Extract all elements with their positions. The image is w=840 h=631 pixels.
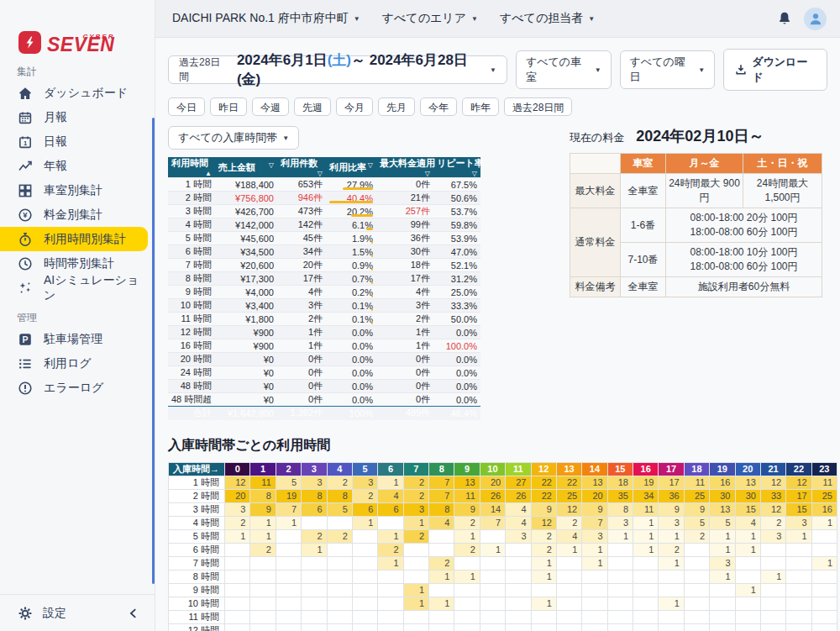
heat-cell <box>276 556 301 570</box>
heatmap-hour-header: 6 <box>378 462 403 476</box>
heat-cell <box>352 570 377 583</box>
heat-cell <box>684 583 709 597</box>
usage-cell-sales: ¥142,000 <box>215 218 277 232</box>
heat-cell <box>684 623 709 631</box>
heat-cell: 5 <box>276 476 301 489</box>
sidebar-item-parking[interactable]: P駐車場管理 <box>0 327 148 351</box>
heat-cell: 19 <box>633 476 659 489</box>
heat-cell <box>710 583 735 597</box>
heat-cell: 12 <box>760 502 785 516</box>
usage-cell-max: 18件 <box>376 259 433 272</box>
usage-total-ratio: 100% <box>326 407 376 420</box>
quick-period-button[interactable]: 今週 <box>252 97 289 116</box>
heat-cell <box>225 583 250 597</box>
sidebar-item-home[interactable]: ダッシュボード <box>0 81 148 105</box>
sidebar-item-calendar-month[interactable]: 月報 <box>0 105 148 129</box>
usage-column-header[interactable]: 利用時間▲ <box>168 157 215 178</box>
heat-cell <box>429 543 454 556</box>
heatmap-hour-header: 21 <box>760 462 785 476</box>
sidebar-item-yen-circle[interactable]: ¥料金別集計 <box>0 202 148 227</box>
download-button[interactable]: ダウンロード <box>723 49 827 91</box>
quick-period-button[interactable]: 今日 <box>168 97 205 116</box>
sidebar-item-grid-numbers[interactable]: 車室別集計 <box>0 178 148 202</box>
heat-cell: 2 <box>225 516 250 529</box>
usage-cell-count: 0件 <box>277 353 326 366</box>
bell-icon[interactable] <box>777 11 792 26</box>
heat-cell <box>556 623 581 631</box>
heat-cell <box>429 610 454 623</box>
heatmap-hour-header: 12 <box>531 462 556 476</box>
usage-cell-count: 34件 <box>277 245 326 259</box>
heat-cell <box>225 623 250 631</box>
quick-period-button[interactable]: 昨日 <box>210 97 247 116</box>
heat-cell <box>760 583 785 597</box>
heat-cell <box>684 556 709 570</box>
quick-period-button[interactable]: 今月 <box>336 97 373 116</box>
usage-table-row: 20 時間¥00件0.0%0件0.0% <box>168 353 480 366</box>
heat-cell: 1 <box>710 529 735 543</box>
quick-period-button[interactable]: 今年 <box>420 97 457 116</box>
heat-cell: 1 <box>302 543 327 556</box>
sidebar-item-ai-sparkle[interactable]: AIシミュレーション <box>0 276 148 300</box>
usage-cell-count: 473件 <box>277 205 326 218</box>
usage-cell-repeat: 100.0% <box>433 339 480 353</box>
usage-table-row: 1 時間¥188,400653件27.9%0件67.5% <box>168 178 480 192</box>
heat-cell: 9 <box>454 502 480 516</box>
heatmap-header-row: 入庫時間→01234567891011121314151617181920212… <box>169 462 837 476</box>
quick-period-button[interactable]: 昨年 <box>462 97 499 116</box>
quick-period-button[interactable]: 過去28日間 <box>504 97 572 116</box>
usage-column-header[interactable]: 利用件数▽ <box>277 157 326 178</box>
staff-selector[interactable]: すべての担当者▼ <box>500 11 595 26</box>
heat-cell: 1 <box>378 529 403 543</box>
usage-column-header[interactable]: 最大料金適用▽ <box>376 157 433 178</box>
area-selector[interactable]: すべてのエリア▼ <box>382 11 478 26</box>
heat-cell: 1 <box>352 516 377 529</box>
usage-cell-sales: ¥1,800 <box>215 313 277 326</box>
heat-cell <box>710 597 735 610</box>
sidebar-item-label: AIシミュレーション <box>44 273 148 303</box>
heat-cell: 1 <box>480 543 505 556</box>
heat-cell: 7 <box>429 489 454 502</box>
usage-column-header[interactable]: 売上金額▽ <box>215 157 277 178</box>
heatmap-hour-header: 23 <box>811 462 837 476</box>
heat-cell: 25 <box>556 489 581 502</box>
usage-cell-repeat: 67.5% <box>433 178 480 192</box>
collapse-sidebar-button[interactable] <box>124 604 143 623</box>
heat-cell: 2 <box>659 543 684 556</box>
heat-cell: 1 <box>403 583 428 597</box>
heatmap-row: 6 時間212212111211 <box>169 543 837 556</box>
heat-cell <box>378 597 403 610</box>
settings-label[interactable]: 設定 <box>43 606 66 621</box>
entry-time-filter-dropdown[interactable]: すべての入庫時間帯▼ <box>168 126 299 150</box>
heat-cell <box>250 583 276 597</box>
usage-cell-ratio: 1.9% <box>326 232 376 245</box>
quick-period-button[interactable]: 先月 <box>378 97 415 116</box>
sidebar-item-calendar-day[interactable]: 1日報 <box>0 129 148 154</box>
sidebar-item-list[interactable]: 利用ログ <box>0 351 148 376</box>
heat-cell: 26 <box>480 489 505 502</box>
usage-cell-ratio: 0.7% <box>326 272 376 286</box>
current-pricing-panel: 現在の料金 2024年02月10日～ 車室 月～金 土・日・祝 最大料金 全車室… <box>570 126 822 297</box>
sidebar-item-stopwatch[interactable]: 利用時間別集計 <box>0 227 148 251</box>
ai-sparkle-icon <box>17 280 33 296</box>
usage-column-header[interactable]: リピート率▽ <box>433 157 480 178</box>
ratio-bar <box>371 322 373 324</box>
quick-period-button[interactable]: 先週 <box>294 97 331 116</box>
ratio-bar <box>371 281 373 284</box>
heat-cell: 1 <box>276 516 301 529</box>
heat-cell <box>710 623 735 631</box>
user-avatar[interactable] <box>804 8 827 30</box>
parking-icon: P <box>17 331 33 347</box>
usage-cell-ratio: 0.0% <box>326 380 376 393</box>
heatmap-row-label: 9 時間 <box>169 583 225 597</box>
usage-cell-ratio: 0.0% <box>326 393 376 407</box>
heat-cell <box>735 556 760 570</box>
room-filter-dropdown[interactable]: すべての車室▼ <box>516 50 612 89</box>
usage-column-header[interactable]: 利用比率▽ <box>326 157 376 178</box>
sidebar-item-trend[interactable]: 年報 <box>0 154 148 178</box>
sidebar-item-error[interactable]: エラーログ <box>0 376 148 400</box>
weekday-filter-dropdown[interactable]: すべての曜日▼ <box>620 50 716 89</box>
date-range-picker[interactable]: 過去28日間 2024年6月1日(土)～ 2024年6月28日(金) ▼ <box>168 55 507 84</box>
sidebar-scrollbar[interactable] <box>152 118 155 584</box>
park-selector[interactable]: DAICHI PARK No.1 府中市府中町▼ <box>172 11 360 26</box>
